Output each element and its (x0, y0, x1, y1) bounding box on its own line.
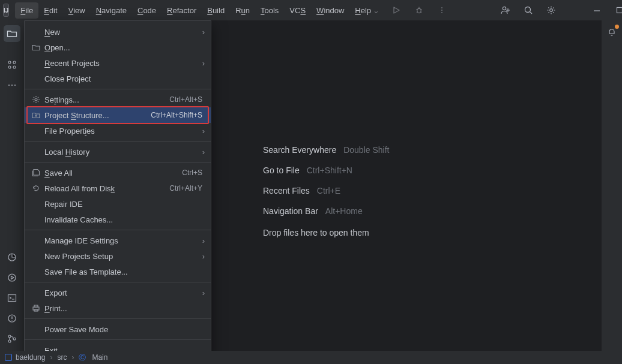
chevron-right-icon: › (202, 59, 205, 68)
menu-navigate[interactable]: Navigate (91, 2, 132, 19)
svg-point-9 (13, 61, 16, 64)
git-tool-icon[interactable] (4, 330, 20, 347)
menu-item-recent-projects[interactable]: Recent Projects› (25, 55, 211, 71)
svg-rect-24 (34, 305, 38, 307)
structure-tool-icon[interactable] (4, 56, 20, 73)
svg-point-14 (14, 85, 16, 86)
menu-item-power-save-mode[interactable]: Power Save Mode (25, 321, 211, 337)
search-icon[interactable] (522, 4, 534, 16)
project-tool-icon[interactable] (4, 25, 20, 42)
menu-item-invalidate-caches[interactable]: Invalidate Caches... (25, 212, 211, 227)
notifications-bell-icon[interactable] (605, 25, 618, 38)
menu-item-new-projects-setup[interactable]: New Projects Setup› (25, 248, 211, 264)
run-play-icon[interactable] (390, 4, 402, 16)
menu-item-save-file-as-template[interactable]: Save File as Template... (25, 264, 211, 279)
breadcrumb-item[interactable]: Main (92, 353, 107, 362)
tip-label: Search Everywhere (263, 145, 336, 155)
menu-separator (25, 339, 211, 340)
breadcrumb-project[interactable]: baeldung (16, 353, 45, 362)
svg-rect-7 (617, 8, 622, 13)
svg-rect-17 (8, 295, 16, 302)
tip-shortcut: Alt+Home (325, 206, 363, 216)
structure-icon (31, 110, 41, 120)
project-icon (5, 354, 12, 361)
menu-build[interactable]: Build (202, 2, 230, 19)
svg-point-1 (441, 7, 442, 8)
menu-item-label: Save File as Template... (44, 267, 204, 276)
menu-item-manage-ide-settings[interactable]: Manage IDE Settings› (25, 233, 211, 248)
menu-item-label: Export (44, 288, 204, 297)
menu-separator (25, 141, 211, 142)
run-tool-icon[interactable] (4, 269, 20, 286)
menu-item-reload-all-from-disk[interactable]: Reload All from DiskCtrl+Alt+Y (25, 181, 211, 196)
tip-label: Navigation Bar (263, 206, 318, 216)
debug-bug-icon[interactable] (413, 4, 425, 16)
svg-point-20 (8, 340, 11, 342)
chevron-right-icon: › (71, 353, 74, 362)
printer-icon (31, 303, 41, 313)
saveall-icon (31, 168, 41, 178)
window-maximize-icon[interactable] (614, 4, 622, 16)
app-logo: IJ (3, 4, 9, 17)
menu-item-label: Save All (44, 169, 204, 178)
menu-item-project-structure[interactable]: Project Structure...Ctrl+Alt+Shift+S (25, 107, 211, 123)
drop-hint: Drop files here to open them (263, 228, 389, 237)
menu-separator (25, 282, 211, 282)
menu-bar: IJ FileEditViewNavigateCodeRefactorBuild… (0, 0, 622, 20)
menu-item-save-all[interactable]: Save AllCtrl+S (25, 165, 211, 181)
menu-item-export[interactable]: Export› (25, 285, 211, 300)
chevron-right-icon: › (202, 127, 205, 136)
menu-code[interactable]: Code (132, 2, 162, 19)
menu-shortcut: Ctrl+Alt+S (169, 95, 202, 104)
tip-shortcut: Ctrl+Shift+N (307, 166, 352, 175)
menu-item-label: File Properties (44, 127, 204, 136)
menu-item-label: Close Project (44, 74, 204, 83)
menu-item-label: New Projects Setup (44, 252, 204, 261)
menu-tools[interactable]: Tools (255, 2, 284, 19)
menu-item-file-properties[interactable]: File Properties› (25, 123, 211, 139)
more-tool-icon[interactable] (4, 77, 20, 94)
code-with-me-icon[interactable] (500, 4, 512, 16)
menu-item-repair-ide[interactable]: Repair IDE (25, 196, 211, 212)
menu-refactor[interactable]: Refactor (162, 2, 202, 19)
breadcrumb-item[interactable]: src (57, 353, 67, 362)
menu-window[interactable]: Window (311, 2, 349, 19)
menu-item-label: Power Save Mode (44, 325, 204, 334)
menu-edit[interactable]: Edit (38, 2, 62, 19)
chevron-right-icon: › (202, 236, 205, 245)
help-caret-icon: ⌄ (373, 6, 379, 15)
menu-item-local-history[interactable]: Local History› (25, 144, 211, 160)
chevron-right-icon: › (50, 353, 52, 362)
svg-point-4 (503, 7, 506, 10)
more-vertical-icon[interactable] (436, 4, 448, 16)
menu-item-close-project[interactable]: Close Project (25, 71, 211, 86)
reload-icon (31, 183, 41, 193)
menu-run[interactable]: Run (230, 2, 255, 19)
tip-shortcut: Ctrl+E (317, 186, 340, 195)
menu-item-label: Invalidate Caches... (44, 215, 204, 224)
window-minimize-icon[interactable] (591, 4, 603, 16)
menu-item-print[interactable]: Print... (25, 300, 211, 316)
menu-item-label: New (44, 28, 204, 37)
menu-view[interactable]: View (63, 2, 91, 19)
menu-file[interactable]: File (15, 2, 38, 19)
chart-tool-icon[interactable] (4, 249, 20, 266)
menu-item-label: Recent Projects (44, 59, 204, 68)
chevron-right-icon: › (202, 288, 205, 297)
menu-item-label: Local History (44, 148, 204, 157)
terminal-tool-icon[interactable] (4, 290, 20, 306)
svg-point-6 (550, 9, 553, 12)
menu-item-new[interactable]: New› (25, 24, 211, 40)
settings-gear-icon[interactable] (545, 4, 557, 16)
menu-item-label: Open... (44, 43, 204, 52)
svg-point-2 (441, 10, 442, 11)
svg-point-5 (525, 7, 531, 13)
menu-item-settings[interactable]: Settings...Ctrl+Alt+S (25, 92, 211, 107)
problems-tool-icon[interactable] (4, 310, 20, 327)
menu-separator (25, 89, 211, 89)
menu-vcs[interactable]: VCS (284, 2, 311, 19)
chevron-right-icon: › (202, 28, 205, 37)
gear-icon (31, 95, 41, 104)
menu-item-open[interactable]: Open... (25, 40, 211, 55)
file-menu-dropdown: New›Open...Recent Projects›Close Project… (24, 20, 211, 362)
